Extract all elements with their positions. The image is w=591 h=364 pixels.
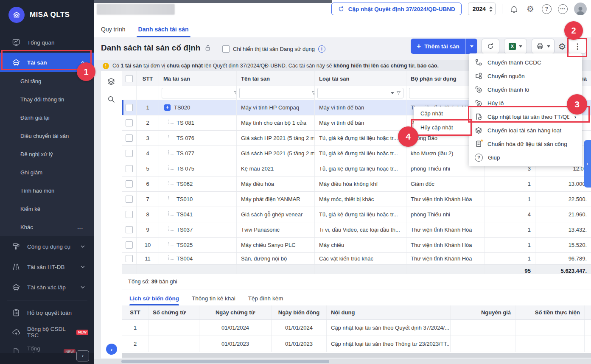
menu-item-chuyen-thanh-ccdc[interactable]: Chuyển thành CCDC	[469, 56, 582, 69]
col-stt[interactable]: STT	[122, 305, 148, 319]
row-checkbox[interactable]	[126, 226, 133, 233]
scroll-thumb[interactable]	[121, 360, 329, 363]
filter-ma-tai-san[interactable]	[164, 90, 232, 96]
settings-gear-icon[interactable]: ⚙	[525, 4, 535, 14]
submenu-item-ghi-giam[interactable]: Ghi giảm	[0, 163, 94, 182]
row-checkbox[interactable]	[126, 180, 133, 188]
col-ngay-bien-dong[interactable]: Ngày biến động	[272, 305, 327, 319]
col-ma-tai-san[interactable]: Mã tài sản	[159, 71, 237, 86]
submenu-item-danh-gia-lai[interactable]: Đánh giá lại	[0, 109, 94, 127]
submenu-item-kiem-ke[interactable]: Kiểm kê	[0, 200, 94, 218]
sidebar-item-overview[interactable]: Tổng quan	[0, 32, 94, 53]
col-loai-tai-san[interactable]: Loại tài sản	[315, 71, 406, 86]
update-decision-button[interactable]: Cập nhật Quyết định 37/2024/QĐ-UBND	[331, 3, 462, 15]
col-nguyen-gia[interactable]: Nguyên giá	[451, 305, 515, 319]
submenu-item-de-nghi-xu-ly[interactable]: Đề nghị xử lý	[0, 145, 94, 163]
menu-item-giup[interactable]: ? Giúp	[469, 151, 582, 164]
history-hscrollbar[interactable]	[122, 353, 591, 358]
brand: MISA QLTS	[0, 0, 94, 29]
column-settings-gear-icon[interactable]: ⚙	[556, 41, 568, 53]
tab-tep-dinh-kem[interactable]: Tệp đính kèm	[248, 295, 283, 305]
row-checkbox[interactable]	[126, 196, 133, 203]
more-actions-kebab-button[interactable]: ⋮	[569, 39, 586, 54]
tree-branch-icon	[168, 196, 174, 200]
submenu-item-thay-doi[interactable]: Thay đổi thông tin	[0, 90, 94, 109]
cell-type: Máy móc, thiết bị khác	[315, 192, 406, 207]
row-checkbox[interactable]	[126, 150, 133, 157]
side-panel-toggle[interactable]: ‹	[584, 140, 591, 188]
menu-item-chuan-hoa-du-lieu[interactable]: ★ Chuẩn hóa dữ liệu tài sản công	[469, 137, 582, 151]
submenu-item-khac[interactable]: Khác ...	[0, 218, 94, 236]
col-noi-dung[interactable]: Nội dung	[327, 305, 451, 319]
help-icon[interactable]: ?	[542, 4, 552, 14]
submenu-item-tinh-hao-mon[interactable]: Tính hao mòn	[0, 182, 94, 200]
year-stepper-icon[interactable]	[489, 6, 493, 12]
sidebar-item-assets[interactable]: Tài sản	[0, 53, 94, 72]
col-stt[interactable]: STT	[137, 71, 159, 86]
funnel-icon[interactable]	[311, 91, 315, 95]
table-row[interactable]: 7 TS010 Máy phát điện YANMAR Máy móc, th…	[122, 192, 591, 207]
export-excel-button[interactable]: X	[504, 39, 527, 54]
filter-loai-tai-san[interactable]	[320, 90, 389, 96]
add-asset-dropdown[interactable]	[465, 39, 477, 54]
row-checkbox[interactable]	[126, 104, 133, 111]
menu-item-chuyen-loai-hang-loat[interactable]: Chuyển loại tài sản hàng loạt	[469, 123, 582, 137]
row-checkbox[interactable]	[126, 119, 133, 126]
add-asset-button[interactable]: + Thêm tài sản	[411, 39, 477, 54]
funnel-icon[interactable]	[396, 91, 401, 95]
page-hscrollbar[interactable]	[94, 359, 591, 364]
sidebar-collapse-button[interactable]: ‹	[76, 350, 89, 361]
row-checkbox[interactable]	[126, 165, 133, 172]
history-row[interactable]: 1 01/01/2024 01/01/2024 Cập nhật loại tà…	[122, 320, 591, 336]
table-row[interactable]: 6 TS062 Máy điều hòa Máy điều hòa không …	[122, 176, 591, 192]
sidebar-item-tools[interactable]: Công cụ dụng cụ	[0, 236, 94, 257]
history-row[interactable]: 2 01/01/2023 01/01/2023 Cập nhật loại tà…	[122, 336, 591, 352]
search-icon[interactable]	[107, 95, 115, 104]
sidebar-item-csdl[interactable]: Đồng bộ CSDL TSC NEW	[0, 322, 94, 342]
tab-thong-tin-ke-khai[interactable]: Thông tin kê khai	[192, 295, 235, 305]
sidebar-item-quyettoan[interactable]: Hỗ trợ quyết toán	[0, 303, 94, 322]
col-ngay-chung-tu[interactable]: Ngày chứng từ	[199, 305, 272, 319]
user-avatar[interactable]	[574, 3, 587, 15]
menu-item-chuyen-thanh-lo[interactable]: Chuyển thành lô	[469, 83, 582, 96]
table-row[interactable]: 9 TS037 Tvivi Panasonic Ti vi, đầu Video…	[122, 222, 591, 238]
sidebar-item-htdb[interactable]: Tài sản HT-ĐB	[0, 257, 94, 277]
info-icon[interactable]: i	[318, 45, 325, 53]
row-checkbox[interactable]	[126, 255, 133, 262]
in-use-checkbox[interactable]	[222, 45, 230, 53]
menu-item-cap-nhat-loai-tai-san[interactable]: Cập nhật loại tài sản theo TT/QĐ ›	[469, 110, 582, 123]
col-so-tien-thuc-hien[interactable]: Số tiền thực hiện	[515, 305, 585, 319]
table-row[interactable]: 10 TS025 Máy chiếu Sanyo PLC Máy chiếu T…	[122, 238, 591, 253]
print-button[interactable]	[532, 39, 555, 54]
filter-ten-tai-san[interactable]	[242, 90, 309, 96]
table-row[interactable]: 11 TS004 Sân, đường nội bộ Các vật kiến …	[122, 253, 591, 265]
more-options-icon[interactable]: •••	[558, 4, 568, 14]
col-so-chung-tu[interactable]: Số chứng từ	[148, 305, 199, 319]
expand-panel-button[interactable]: ›	[106, 344, 117, 355]
submenu-item-ghi-tang[interactable]: Ghi tăng	[0, 72, 94, 90]
submenu-item-cap-nhat[interactable]: Cập nhật	[414, 106, 470, 120]
menu-item-huy-lo[interactable]: Hủy lô	[469, 96, 582, 110]
dropdown-caret-icon[interactable]	[391, 92, 394, 94]
menu-item-chuyen-nguon[interactable]: Chuyển nguồn	[469, 69, 582, 83]
notifications-bell-icon[interactable]	[509, 4, 519, 14]
funnel-icon[interactable]	[234, 91, 237, 95]
sidebar-item-xaclap[interactable]: Tài sản xác lập	[0, 277, 94, 297]
header-separator	[502, 4, 502, 14]
layers-icon[interactable]	[107, 77, 115, 86]
add-asset-main[interactable]: + Thêm tài sản	[411, 42, 465, 50]
year-selector[interactable]: 2024	[468, 3, 496, 15]
col-ten-tai-san[interactable]: Tên tài sản	[237, 71, 315, 86]
table-row[interactable]: 8 TS041 Giá sách gỗ ghép venear Tủ, giá …	[122, 207, 591, 222]
tab-lich-su-bien-dong[interactable]: Lịch sử biến động	[129, 295, 179, 305]
submenu-item-dieu-chuyen[interactable]: Điều chuyển tài sản	[0, 127, 94, 145]
submenu-item-huy-cap-nhat[interactable]: Hủy cập nhật	[414, 120, 470, 134]
row-checkbox[interactable]	[126, 241, 133, 249]
refresh-button[interactable]	[482, 39, 499, 54]
row-checkbox[interactable]	[126, 211, 133, 218]
select-all-checkbox[interactable]	[126, 75, 133, 82]
expand-plus-icon[interactable]: +	[164, 104, 171, 111]
row-checkbox[interactable]	[126, 134, 133, 142]
tab-quy-trinh[interactable]: Quy trình	[101, 26, 126, 37]
tab-danh-sach-tai-san[interactable]: Danh sách tài sản	[138, 26, 189, 37]
